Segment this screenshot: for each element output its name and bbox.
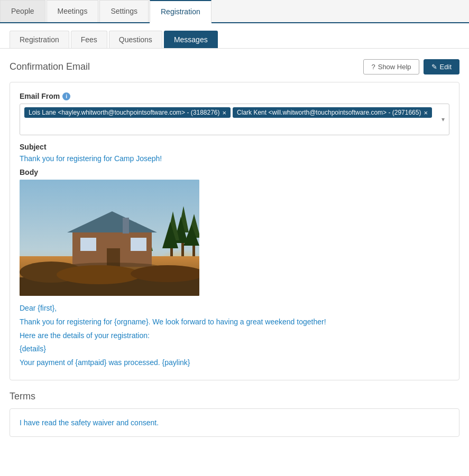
edit-button[interactable]: ✎ Edit: [424, 59, 459, 74]
body-line-4: {details}: [20, 343, 449, 356]
terms-text: I have read the safety waiver and consen…: [20, 418, 449, 427]
info-icon: i: [62, 92, 70, 100]
subtab-fees[interactable]: Fees: [71, 31, 107, 48]
sub-navigation: Registration Fees Questions Messages: [0, 23, 469, 49]
terms-section: Terms I have read the safety waiver and …: [10, 391, 459, 437]
body-line-3: Here are the details of your registratio…: [20, 330, 449, 342]
section-title: Confirmation Email: [10, 61, 90, 72]
tab-people[interactable]: People: [0, 0, 45, 22]
body-line-1: Dear {first},: [20, 302, 449, 315]
svg-rect-22: [123, 218, 129, 234]
pencil-icon: ✎: [431, 63, 437, 71]
email-tag-1: Lois Lane <hayley.whitworth@touchpointso…: [24, 107, 231, 118]
body-label: Body: [20, 168, 449, 176]
svg-rect-12: [192, 246, 195, 256]
email-from-label: Email From i: [20, 92, 449, 100]
svg-rect-6: [181, 243, 184, 256]
terms-card: I have read the safety waiver and consen…: [10, 408, 459, 437]
terms-title: Terms: [10, 391, 459, 402]
confirmation-email-card: Email From i Lois Lane <hayley.whitworth…: [10, 82, 459, 380]
subtab-registration[interactable]: Registration: [10, 31, 69, 48]
svg-point-25: [57, 265, 141, 284]
svg-rect-9: [170, 248, 173, 256]
subject-label: Subject: [20, 143, 449, 151]
tag-close-1[interactable]: ×: [223, 109, 227, 116]
header-buttons: ? Show Help ✎ Edit: [363, 59, 459, 74]
section-header: Confirmation Email ? Show Help ✎ Edit: [10, 59, 459, 74]
body-line-2: Thank you for registering for {orgname}.…: [20, 316, 449, 329]
main-content: Confirmation Email ? Show Help ✎ Edit Em…: [0, 49, 469, 458]
email-tag-2: Clark Kent <will.whitworth@touchpointsof…: [233, 107, 432, 118]
show-help-label: Show Help: [378, 63, 411, 71]
email-from-select[interactable]: Lois Lane <hayley.whitworth@touchpointso…: [20, 104, 449, 135]
tab-meetings[interactable]: Meetings: [47, 0, 99, 22]
body-line-5: Your payment of {amtpaid} was processed.…: [20, 357, 449, 369]
subtab-messages[interactable]: Messages: [164, 31, 218, 48]
svg-rect-21: [131, 238, 146, 251]
subtab-questions[interactable]: Questions: [109, 31, 162, 48]
edit-label: Edit: [440, 63, 452, 71]
tag-text: Lois Lane <hayley.whitworth@touchpointso…: [29, 109, 220, 116]
email-body-image: [20, 180, 199, 296]
tag-text: Clark Kent <will.whitworth@touchpointsof…: [237, 109, 421, 116]
svg-rect-20: [80, 238, 96, 251]
subject-text: Thank you for registering for Camp Josep…: [20, 154, 449, 163]
top-navigation: People Meetings Settings Registration: [0, 0, 469, 23]
question-mark-icon: ?: [371, 63, 375, 71]
tag-close-2[interactable]: ×: [424, 109, 428, 116]
body-text: Dear {first}, Thank you for registering …: [20, 302, 449, 369]
tab-settings[interactable]: Settings: [99, 0, 149, 22]
tab-registration[interactable]: Registration: [150, 0, 211, 23]
dropdown-arrow-icon: ▾: [442, 116, 445, 123]
show-help-button[interactable]: ? Show Help: [363, 59, 419, 74]
